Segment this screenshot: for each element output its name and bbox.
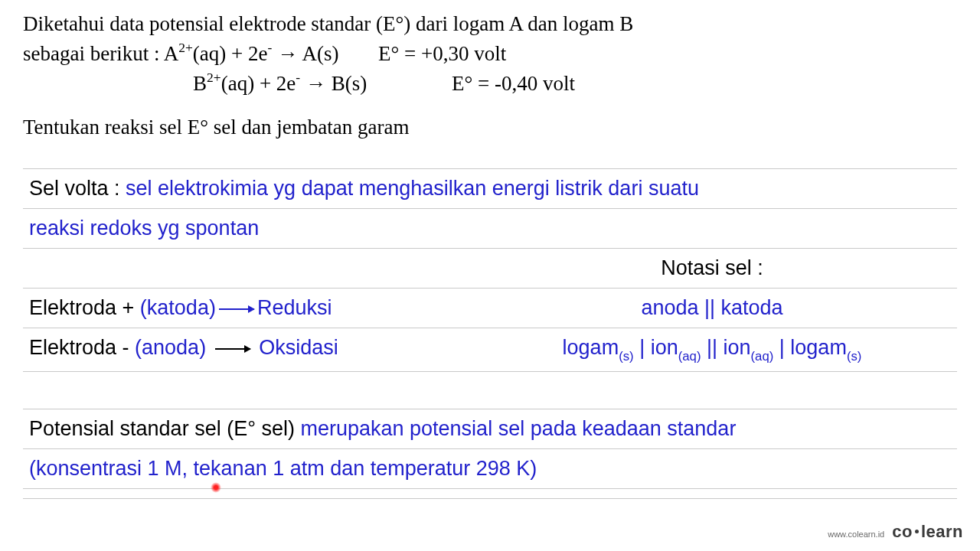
problem-line-1: Diketahui data potensial elektrode stand… bbox=[23, 9, 957, 39]
notasi-short: anoda || katoda bbox=[473, 298, 951, 318]
eq-a-rhs: E° = +0,30 volt bbox=[378, 42, 506, 65]
eq-b-rhs: E° = -0,40 volt bbox=[452, 69, 575, 99]
brand-url: www.colearn.id bbox=[828, 530, 884, 539]
potensial-line-2: (konsentrasi 1 M, tekanan 1 atm dan temp… bbox=[23, 449, 957, 488]
laser-pointer-icon bbox=[211, 482, 221, 493]
problem-task: Tentukan reaksi sel E° sel dan jembatan … bbox=[23, 112, 957, 142]
volta-line-1: Sel volta : sel elektrokimia yg dapat me… bbox=[23, 169, 957, 208]
notasi-long: logam(s) | ion(aq) || ion(aq) | logam(s) bbox=[473, 337, 951, 362]
oksidasi-label: Oksidasi bbox=[259, 336, 338, 359]
problem-line-3: B2+(aq) + 2e- → B(s) E° = -0,40 volt bbox=[193, 69, 957, 99]
brand-name-a: co bbox=[892, 522, 913, 541]
katoda-label: (katoda) bbox=[140, 296, 216, 319]
brand-footer: www.colearn.id colearn bbox=[828, 522, 963, 542]
brand-logo: colearn bbox=[892, 522, 963, 542]
eq-b-lhs: B2+(aq) + 2e- → B(s) bbox=[193, 69, 452, 99]
volta-label: Sel volta : bbox=[29, 177, 126, 200]
dot-icon bbox=[915, 530, 919, 533]
brand-name-b: learn bbox=[921, 522, 963, 541]
volta-def-1: sel elektrokimia yg dapat menghasilkan e… bbox=[126, 177, 699, 200]
notasi-title: Notasi sel : bbox=[473, 258, 951, 279]
row-notasi-title: Notasi sel : bbox=[23, 249, 957, 288]
arrow-icon bbox=[215, 348, 250, 350]
notes-area: Sel volta : sel elektrokimia yg dapat me… bbox=[23, 168, 957, 499]
volta-line-2: reaksi redoks yg spontan bbox=[23, 209, 957, 248]
row-anoda: Elektroda - (anoda) Oksidasi logam(s) | … bbox=[23, 328, 957, 371]
problem-prefix: sebagai berikut : bbox=[23, 42, 164, 65]
row-katoda: Elektroda + (katoda)Reduksi anoda || kat… bbox=[23, 289, 957, 328]
reduksi-label: Reduksi bbox=[257, 296, 332, 319]
pot-desc-1: merupakan potensial sel pada keadaan sta… bbox=[300, 417, 736, 440]
potensial-line-1: Potensial standar sel (E° sel) merupakan… bbox=[23, 409, 957, 448]
arrow-icon bbox=[219, 308, 254, 310]
problem-statement: Diketahui data potensial elektrode stand… bbox=[23, 9, 957, 143]
problem-line-2: sebagai berikut : A2+(aq) + 2e- → A(s) E… bbox=[23, 39, 957, 69]
pot-label: Potensial standar sel (E° sel) bbox=[29, 417, 300, 440]
elektroda-minus: Elektroda - bbox=[29, 336, 135, 359]
anoda-label: (anoda) bbox=[135, 336, 206, 359]
eq-a-lhs: A2+(aq) + 2e- → A(s) bbox=[164, 42, 339, 65]
elektroda-plus: Elektroda + bbox=[29, 296, 140, 319]
